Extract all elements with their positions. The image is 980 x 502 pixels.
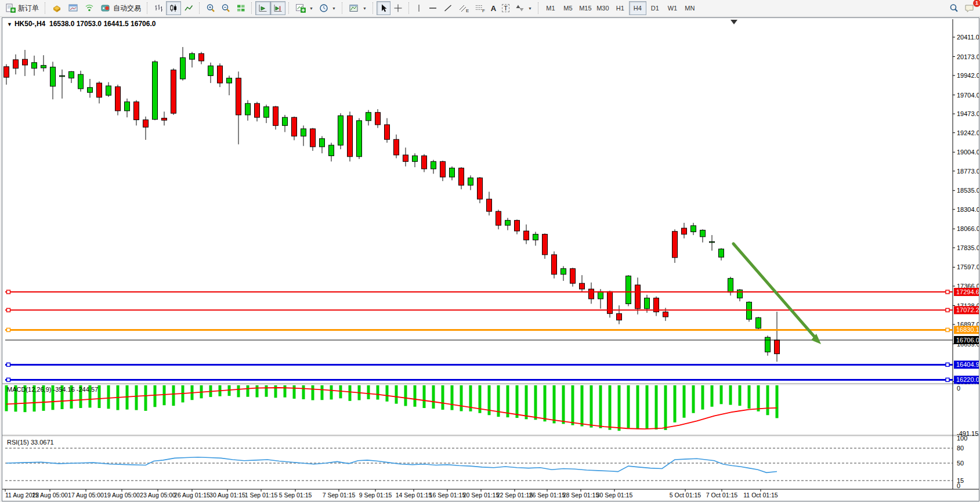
candle-down xyxy=(403,155,408,161)
line-chart-button[interactable] xyxy=(181,1,196,15)
chart-canvas[interactable]: 20411.020173.019942.019704.019473.019242… xyxy=(2,17,979,501)
line-handle[interactable] xyxy=(946,290,949,294)
indicators-dropdown-caret[interactable]: ▼ xyxy=(309,6,313,10)
candle-down xyxy=(162,118,167,121)
macd-axis-label: -491.15 xyxy=(957,430,978,437)
text-label-button[interactable]: T xyxy=(499,1,512,15)
signals-button[interactable] xyxy=(81,1,97,15)
time-tick-label: 30 Sep 01:15 xyxy=(596,492,633,499)
timeframe-mn[interactable]: MN xyxy=(681,1,699,15)
price-tick-label: 19942.0 xyxy=(957,72,979,79)
chart-shift-button[interactable] xyxy=(270,1,285,15)
zoom-out-button[interactable] xyxy=(218,1,233,15)
price-tick-label: 19242.0 xyxy=(957,129,979,136)
timeframe-m1[interactable]: M1 xyxy=(542,1,559,15)
price-tick-label: 18066.0 xyxy=(957,225,979,232)
templates-button[interactable]: ▼ xyxy=(346,1,370,15)
candle-down xyxy=(682,228,687,234)
chart-shift-icon xyxy=(273,3,283,13)
timeframe-h1[interactable]: H1 xyxy=(612,1,629,15)
toolbar-separator xyxy=(251,2,252,14)
candle-up xyxy=(41,66,46,68)
cursor-icon xyxy=(379,3,388,13)
equidistant-channel-button[interactable]: E xyxy=(455,1,472,15)
notification-badge: 1 xyxy=(973,0,980,7)
market-button[interactable] xyxy=(49,1,65,15)
candle-up xyxy=(366,113,371,121)
text-button[interactable]: A xyxy=(488,1,499,15)
candle-up xyxy=(180,57,186,79)
candle-down xyxy=(589,289,594,299)
line-handle[interactable] xyxy=(7,363,10,366)
candle-down xyxy=(580,283,585,289)
line-handle[interactable] xyxy=(946,363,949,366)
candle-up xyxy=(338,115,343,145)
arrows-icon xyxy=(515,3,525,13)
candle-up xyxy=(329,145,334,156)
autotrading-button[interactable]: 自动交易 xyxy=(97,1,144,15)
timeframe-m30[interactable]: M30 xyxy=(594,1,612,15)
market-icon xyxy=(52,3,62,13)
time-tick-label: 9 Sep 01:15 xyxy=(359,492,392,499)
candle-up xyxy=(747,302,752,320)
timeframe-w1[interactable]: W1 xyxy=(664,1,681,15)
candle-up xyxy=(190,53,195,59)
time-tick-label: 14 Sep 01:15 xyxy=(396,492,432,499)
line-handle[interactable] xyxy=(946,308,949,312)
arrows-dropdown-caret[interactable]: ▼ xyxy=(528,6,532,10)
tile-windows-button[interactable] xyxy=(233,1,248,15)
candle-up xyxy=(32,63,37,68)
line-handle[interactable] xyxy=(7,308,10,312)
search-button[interactable] xyxy=(946,1,961,15)
candle-up xyxy=(765,337,771,352)
auto-scroll-button[interactable] xyxy=(255,1,270,15)
candle-down xyxy=(543,234,548,255)
rsi-axis-label: 80 xyxy=(957,445,964,452)
indicators-button[interactable]: ▼ xyxy=(292,1,316,15)
timeframe-m5[interactable]: M5 xyxy=(559,1,577,15)
candle-down xyxy=(440,161,446,177)
time-tick-label: 1 Sep 01:15 xyxy=(245,492,278,499)
candlestick-chart-button[interactable] xyxy=(166,1,181,15)
candle-up xyxy=(710,241,715,243)
zoom-in-button[interactable] xyxy=(203,1,218,15)
line-handle[interactable] xyxy=(946,378,949,381)
candle-up xyxy=(283,117,288,125)
fibonacci-button[interactable]: F xyxy=(472,1,488,15)
candle-up xyxy=(245,103,251,115)
line-handle[interactable] xyxy=(7,290,10,294)
cursor-button[interactable] xyxy=(377,1,390,15)
price-level-plate-label: 17072.2 xyxy=(956,306,979,313)
line-handle[interactable] xyxy=(7,378,10,381)
periods-dropdown-caret[interactable]: ▼ xyxy=(332,6,336,10)
candle-down xyxy=(515,221,520,231)
price-tick-label: 20411.0 xyxy=(957,34,979,41)
templates-dropdown-caret[interactable]: ▼ xyxy=(363,6,367,10)
line-handle[interactable] xyxy=(7,328,10,331)
line-handle[interactable] xyxy=(946,328,949,331)
chart-window-icon xyxy=(68,3,78,13)
periods-button[interactable]: ▼ xyxy=(316,1,339,15)
notifications-button[interactable]: 1 xyxy=(961,1,978,15)
arrows-button[interactable]: ▼ xyxy=(512,1,535,15)
candle-up xyxy=(700,230,706,237)
collapse-caret-icon[interactable]: ▼ xyxy=(7,21,12,27)
chart-window-button[interactable] xyxy=(65,1,81,15)
horizontal-line-button[interactable] xyxy=(425,1,440,15)
new-order-button[interactable]: 新订单 xyxy=(2,1,42,15)
trendline-button[interactable] xyxy=(440,1,455,15)
vertical-line-button[interactable] xyxy=(413,1,425,15)
autotrading-label: 自动交易 xyxy=(113,3,141,13)
time-tick-label: 16 Sep 01:15 xyxy=(429,492,466,499)
bar-chart-button[interactable] xyxy=(151,1,166,15)
candle-up xyxy=(153,62,158,119)
candle-down xyxy=(115,86,121,111)
timeframe-d1[interactable]: D1 xyxy=(646,1,664,15)
timeframe-h4[interactable]: H4 xyxy=(629,1,646,15)
autotrading-icon xyxy=(100,3,111,13)
toolbar-separator xyxy=(408,2,410,14)
candle-down xyxy=(134,102,139,120)
timeframe-m15[interactable]: M15 xyxy=(577,1,594,15)
candle-down xyxy=(13,60,19,68)
crosshair-button[interactable] xyxy=(390,1,406,15)
